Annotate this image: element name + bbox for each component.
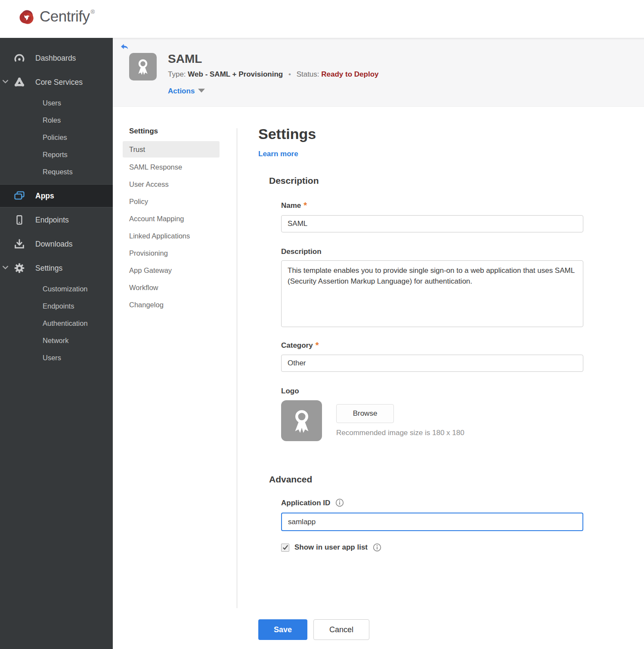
name-label-text: Name [281,201,301,210]
gauge-icon [13,52,26,65]
name-input[interactable] [281,215,583,232]
sidebar-subitem-endpoints[interactable]: Endpoints [0,298,113,314]
required-marker: * [303,201,307,210]
type-value: Web - SAML + Provisioning [188,70,283,78]
gear-icon [13,262,26,275]
application-id-input[interactable] [281,513,583,531]
application-id-label-text: Application ID [281,499,330,507]
sidebar-subitem-roles[interactable]: Roles [0,112,113,128]
sidebar-item-label: Endpoints [35,216,69,225]
page-title: Settings [258,126,316,142]
subnav-item-saml-response[interactable]: SAML Response [123,158,229,176]
download-icon [13,238,26,250]
sidebar-subitem-users[interactable]: Users [0,95,113,111]
browse-button[interactable]: Browse [336,404,394,423]
type-label: Type: [168,70,186,78]
subnav: Trust SAML Response User Access Policy A… [123,141,229,313]
brand-text: Centrify [40,8,90,25]
sidebar-subitem-label: Network [43,337,69,345]
description-section-heading: Description [269,176,319,186]
subnav-item-provisioning[interactable]: Provisioning [123,244,229,262]
app-header: SAML Type: Web - SAML + Provisioning • S… [113,38,644,107]
sidebar-subitem-requests[interactable]: Requests [0,164,113,179]
show-in-app-list-label: Show in user app list [294,543,368,552]
logo-size-hint: Recommended image size is 180 x 180 [336,429,464,437]
show-in-app-list-row: Show in user app list [281,543,381,552]
sidebar-subitem-label: Endpoints [43,302,74,310]
category-label-text: Category [281,341,313,349]
info-icon[interactable] [373,543,381,552]
sidebar-item-label: Downloads [35,240,73,249]
subnav-item-workflow[interactable]: Workflow [123,279,229,296]
checkbox-check-icon [282,544,289,551]
dropdown-triangle-icon [198,89,205,93]
subnav-item-linked-applications[interactable]: Linked Applications [123,227,229,244]
subnav-item-trust[interactable]: Trust [123,141,220,158]
registered-mark: ® [91,9,95,15]
description-label: Description [281,247,322,256]
sidebar-subitem-network[interactable]: Network [0,333,113,348]
sidebar-subitem-label: Users [43,99,61,107]
category-input[interactable] [281,355,583,372]
advanced-section-heading: Advanced [269,474,312,485]
info-icon[interactable] [335,498,344,507]
chevron-down-icon[interactable] [2,78,10,86]
subnav-item-changelog[interactable]: Changelog [123,296,229,313]
name-label: Name* [281,201,307,210]
sidebar-item-label: Settings [35,264,62,273]
learn-more-link[interactable]: Learn more [258,150,298,158]
brand-name: Centrify® [40,8,95,25]
sidebar-subitem-label: Reports [43,151,68,159]
subnav-item-policy[interactable]: Policy [123,193,229,210]
sidebar-item-downloads[interactable]: Downloads [0,235,113,253]
sidebar-item-label: Dashboards [35,54,76,63]
sidebar-subitem-label: Authentication [43,319,88,328]
sidebar-subitem-customization[interactable]: Customization [0,281,113,297]
apps-icon [13,189,26,202]
sidebar-item-label: Core Services [35,78,83,87]
sidebar-item-apps[interactable]: Apps [0,184,113,207]
sidebar-subitem-users[interactable]: Users [0,350,113,365]
application-id-label: Application ID [281,498,344,507]
centrify-logo-icon [15,5,39,29]
subnav-header: Settings [129,127,158,136]
sidebar-subitem-reports[interactable]: Reports [0,147,113,162]
sidebar-subitem-label: Users [43,354,61,362]
core-services-icon [13,76,26,89]
sidebar-item-settings[interactable]: Settings [0,259,113,278]
meta-separator: • [288,70,291,78]
subnav-item-account-mapping[interactable]: Account Mapping [123,210,229,227]
sidebar-item-core-services[interactable]: Core Services [0,73,113,92]
status-label: Status: [297,70,319,78]
app-title: SAML [168,52,202,66]
subnav-item-app-gateway[interactable]: App Gateway [123,262,229,279]
description-textarea[interactable]: This template enables you to provide sin… [281,260,583,327]
sidebar-subitem-label: Policies [43,133,67,142]
sidebar-subitem-label: Requests [43,168,73,176]
save-button[interactable]: Save [258,619,307,640]
endpoint-icon [13,213,26,226]
sidebar-subitem-authentication[interactable]: Authentication [0,315,113,331]
screen: Centrify® Dashboards Core Services Users… [0,0,644,649]
sidebar-item-dashboards[interactable]: Dashboards [0,49,113,68]
chevron-down-icon[interactable] [2,264,10,272]
required-marker: * [316,340,319,350]
saml-app-icon [129,53,157,80]
logo-label: Logo [281,387,299,396]
status-value: Ready to Deploy [321,70,378,78]
sidebar-item-label: Apps [35,192,54,201]
sidebar-subitem-label: Customization [43,285,88,293]
category-label: Category* [281,340,319,350]
actions-dropdown[interactable]: Actions [168,87,205,96]
back-arrow-icon[interactable] [120,43,129,51]
sidebar: Dashboards Core Services Users Roles Pol… [0,38,113,649]
show-in-app-list-checkbox[interactable] [281,544,289,552]
content: Settings Trust SAML Response User Access… [113,107,644,649]
sidebar-subitem-label: Roles [43,116,61,124]
vertical-divider [237,128,237,608]
app-meta: Type: Web - SAML + Provisioning • Status… [168,70,378,79]
cancel-button[interactable]: Cancel [313,619,369,640]
sidebar-item-endpoints[interactable]: Endpoints [0,210,113,229]
sidebar-subitem-policies[interactable]: Policies [0,130,113,145]
subnav-item-user-access[interactable]: User Access [123,176,229,193]
